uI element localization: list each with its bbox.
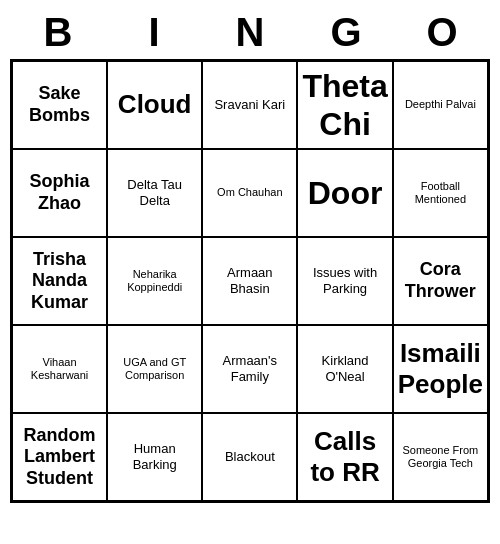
bingo-cell-2[interactable]: Sravani Kari xyxy=(202,61,297,149)
letter-b: B xyxy=(10,10,106,55)
bingo-cell-16[interactable]: UGA and GT Comparison xyxy=(107,325,202,413)
bingo-cell-15[interactable]: Vihaan Kesharwani xyxy=(12,325,107,413)
letter-n: N xyxy=(202,10,298,55)
bingo-cell-10[interactable]: Trisha Nanda Kumar xyxy=(12,237,107,325)
bingo-cell-8[interactable]: Door xyxy=(297,149,392,237)
bingo-cell-5[interactable]: Sophia Zhao xyxy=(12,149,107,237)
bingo-cell-text-7: Om Chauhan xyxy=(217,186,282,199)
letter-i: I xyxy=(106,10,202,55)
bingo-cell-text-8: Door xyxy=(308,174,383,212)
bingo-cell-text-21: Human Barking xyxy=(112,441,197,472)
bingo-cell-text-11: Neharika Koppineddi xyxy=(112,268,197,294)
bingo-cell-4[interactable]: Deepthi Palvai xyxy=(393,61,488,149)
bingo-cell-17[interactable]: Armaan's Family xyxy=(202,325,297,413)
bingo-cell-text-18: Kirkland O'Neal xyxy=(302,353,387,384)
bingo-cell-text-13: Issues with Parking xyxy=(302,265,387,296)
bingo-cell-text-0: Sake Bombs xyxy=(17,83,102,126)
bingo-cell-text-1: Cloud xyxy=(118,89,192,120)
bingo-cell-20[interactable]: Random Lambert Student xyxy=(12,413,107,501)
bingo-cell-text-19: Ismaili People xyxy=(398,338,483,400)
bingo-cell-9[interactable]: Football Mentioned xyxy=(393,149,488,237)
bingo-cell-text-10: Trisha Nanda Kumar xyxy=(17,249,102,314)
bingo-cell-11[interactable]: Neharika Koppineddi xyxy=(107,237,202,325)
bingo-cell-18[interactable]: Kirkland O'Neal xyxy=(297,325,392,413)
bingo-cell-14[interactable]: Cora Thrower xyxy=(393,237,488,325)
bingo-cell-6[interactable]: Delta Tau Delta xyxy=(107,149,202,237)
bingo-cell-text-3: Theta Chi xyxy=(302,67,387,144)
bingo-cell-text-6: Delta Tau Delta xyxy=(112,177,197,208)
bingo-cell-text-4: Deepthi Palvai xyxy=(405,98,476,111)
bingo-cell-3[interactable]: Theta Chi xyxy=(297,61,392,149)
bingo-cell-13[interactable]: Issues with Parking xyxy=(297,237,392,325)
bingo-cell-0[interactable]: Sake Bombs xyxy=(12,61,107,149)
bingo-cell-text-20: Random Lambert Student xyxy=(17,425,102,490)
bingo-cell-text-17: Armaan's Family xyxy=(207,353,292,384)
bingo-cell-7[interactable]: Om Chauhan xyxy=(202,149,297,237)
bingo-cell-text-15: Vihaan Kesharwani xyxy=(17,356,102,382)
bingo-cell-text-12: Armaan Bhasin xyxy=(207,265,292,296)
bingo-cell-24[interactable]: Someone From Georgia Tech xyxy=(393,413,488,501)
bingo-cell-22[interactable]: Blackout xyxy=(202,413,297,501)
bingo-cell-23[interactable]: Calls to RR xyxy=(297,413,392,501)
bingo-cell-text-14: Cora Thrower xyxy=(398,259,483,302)
bingo-cell-12[interactable]: Armaan Bhasin xyxy=(202,237,297,325)
bingo-cell-21[interactable]: Human Barking xyxy=(107,413,202,501)
letter-g: G xyxy=(298,10,394,55)
bingo-cell-text-9: Football Mentioned xyxy=(398,180,483,206)
letter-o: O xyxy=(394,10,490,55)
bingo-cell-text-16: UGA and GT Comparison xyxy=(112,356,197,382)
bingo-cell-text-23: Calls to RR xyxy=(302,426,387,488)
bingo-grid: Sake BombsCloudSravani KariTheta ChiDeep… xyxy=(10,59,490,503)
bingo-cell-text-2: Sravani Kari xyxy=(214,97,285,113)
bingo-cell-19[interactable]: Ismaili People xyxy=(393,325,488,413)
bingo-title: B I N G O xyxy=(10,10,490,55)
bingo-cell-1[interactable]: Cloud xyxy=(107,61,202,149)
bingo-cell-text-5: Sophia Zhao xyxy=(17,171,102,214)
bingo-cell-text-24: Someone From Georgia Tech xyxy=(398,444,483,470)
bingo-cell-text-22: Blackout xyxy=(225,449,275,465)
